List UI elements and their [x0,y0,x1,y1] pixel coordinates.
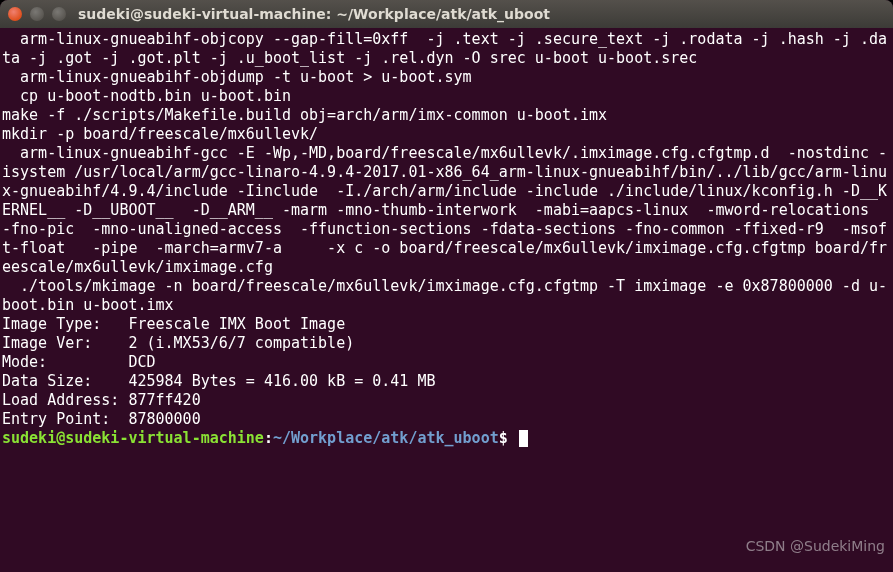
prompt-sep2: $ [499,429,517,447]
terminal-area[interactable]: arm-linux-gnueabihf-objcopy --gap-fill=0… [0,28,893,572]
window-title: sudeki@sudeki-virtual-machine: ~/Workpla… [78,5,550,24]
titlebar[interactable]: sudeki@sudeki-virtual-machine: ~/Workpla… [0,0,893,28]
close-icon[interactable] [8,7,22,21]
minimize-icon[interactable] [30,7,44,21]
terminal-output: arm-linux-gnueabihf-objcopy --gap-fill=0… [2,30,887,428]
cursor-icon [519,430,528,447]
terminal-window: sudeki@sudeki-virtual-machine: ~/Workpla… [0,0,893,572]
prompt-path: ~/Workplace/atk/atk_uboot [273,429,499,447]
watermark: CSDN @SudekiMing [746,537,885,556]
prompt-user-host: sudeki@sudeki-virtual-machine [2,429,264,447]
maximize-icon[interactable] [52,7,66,21]
prompt-sep1: : [264,429,273,447]
